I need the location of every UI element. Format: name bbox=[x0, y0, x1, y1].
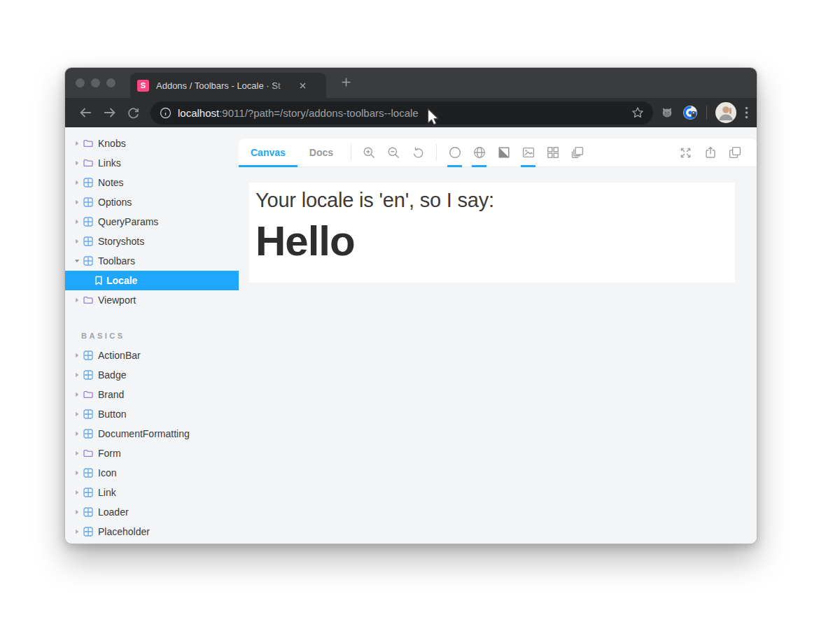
expander-closed[interactable] bbox=[74, 431, 83, 437]
sidebar-item-loader[interactable]: Loader bbox=[65, 502, 239, 522]
refresh-button[interactable] bbox=[121, 107, 145, 119]
zoom-window-button[interactable] bbox=[106, 78, 115, 87]
component-type-icon bbox=[83, 350, 98, 360]
expander-open[interactable] bbox=[74, 258, 83, 264]
sidebar-item-form[interactable]: Form bbox=[65, 444, 239, 463]
component-icon bbox=[83, 409, 93, 419]
component-type-icon bbox=[83, 178, 98, 187]
expander-closed[interactable] bbox=[74, 509, 83, 515]
copy-link-button[interactable] bbox=[722, 139, 747, 166]
expander-closed[interactable] bbox=[74, 529, 83, 534]
contrast-theme-button[interactable] bbox=[491, 139, 516, 166]
sidebar-item-badge[interactable]: Badge bbox=[65, 365, 239, 385]
canvas-toolbar: Canvas Docs bbox=[239, 139, 757, 167]
sidebar-item-actionbar[interactable]: ActionBar bbox=[65, 346, 239, 365]
tab-docs[interactable]: Docs bbox=[298, 139, 345, 166]
expander-closed[interactable] bbox=[74, 411, 83, 417]
locale-globe-button[interactable] bbox=[467, 139, 491, 166]
expander-closed[interactable] bbox=[74, 297, 83, 303]
photo-mode-button[interactable] bbox=[516, 139, 540, 166]
expander-closed[interactable] bbox=[74, 219, 83, 225]
sidebar-item-links[interactable]: Links bbox=[65, 153, 239, 173]
zoom-reset-button[interactable] bbox=[406, 139, 430, 166]
expander-closed[interactable] bbox=[74, 160, 83, 166]
sidebar-item-toolbars[interactable]: Toolbars bbox=[65, 251, 239, 271]
chevron-right-icon bbox=[74, 180, 80, 185]
page-info-icon[interactable] bbox=[160, 107, 172, 119]
component-type-icon bbox=[83, 468, 98, 478]
sidebar-item-brand[interactable]: Brand bbox=[65, 385, 239, 404]
component-type-icon bbox=[83, 409, 98, 419]
chevron-right-icon bbox=[74, 297, 80, 303]
story-heading: Your locale is 'en', so I say: bbox=[255, 189, 728, 212]
new-tab-button[interactable] bbox=[341, 77, 351, 87]
component-icon bbox=[83, 178, 93, 187]
expander-closed[interactable] bbox=[74, 451, 83, 456]
sidebar-item-documentformatting[interactable]: DocumentFormatting bbox=[65, 424, 239, 444]
browser-toolbar: localhost:9011/?path=/story/addons-toolb… bbox=[65, 98, 757, 127]
folder-type-icon bbox=[83, 390, 98, 399]
github-extension-icon[interactable] bbox=[660, 106, 674, 120]
sidebar-item-viewport[interactable]: Viewport bbox=[65, 290, 239, 310]
expander-closed[interactable] bbox=[74, 470, 83, 476]
sidebar-item-label: Knobs bbox=[98, 138, 126, 149]
zoom-in-button[interactable] bbox=[357, 139, 382, 166]
sidebar-item-notes[interactable]: Notes bbox=[65, 173, 239, 192]
chevron-right-icon bbox=[74, 392, 80, 397]
sidebar-item-label: Locale bbox=[106, 275, 137, 286]
tab-title-fade bbox=[271, 80, 295, 91]
close-window-button[interactable] bbox=[76, 78, 85, 87]
browser-extensions bbox=[660, 102, 748, 123]
sidebar-item-icon[interactable]: Icon bbox=[65, 463, 239, 483]
browser-titlebar: S Addons / Toolbars - Locale · St bbox=[65, 68, 757, 98]
forward-button[interactable] bbox=[97, 107, 121, 118]
sidebar-item-storyshots[interactable]: Storyshots bbox=[65, 232, 239, 251]
expander-closed[interactable] bbox=[74, 392, 83, 397]
sidebar-item-placeholder[interactable]: Placeholder bbox=[65, 522, 239, 541]
chevron-right-icon bbox=[74, 451, 80, 456]
profile-avatar[interactable] bbox=[715, 102, 736, 123]
sidebar-item-knobs[interactable]: Knobs bbox=[65, 134, 239, 153]
component-type-icon bbox=[83, 256, 98, 266]
expander-closed[interactable] bbox=[74, 180, 83, 185]
component-type-icon bbox=[83, 488, 98, 497]
browser-menu-icon[interactable] bbox=[745, 106, 748, 119]
background-toggle-button[interactable] bbox=[442, 139, 467, 166]
browser-tab[interactable]: S Addons / Toolbars - Locale · St bbox=[130, 73, 326, 98]
zoom-out-button[interactable] bbox=[382, 139, 406, 166]
tab-close-icon[interactable] bbox=[299, 82, 307, 90]
grid-toggle-button[interactable] bbox=[540, 139, 565, 166]
sidebar-tree: KnobsLinksNotesOptionsQueryParamsStorysh… bbox=[65, 134, 239, 310]
privacy-extension-icon[interactable] bbox=[682, 105, 698, 120]
chevron-right-icon bbox=[74, 372, 80, 378]
sidebar-item-button[interactable]: Button bbox=[65, 404, 239, 424]
tab-canvas[interactable]: Canvas bbox=[239, 139, 298, 166]
back-button[interactable] bbox=[74, 107, 97, 118]
expander-closed[interactable] bbox=[74, 353, 83, 358]
folder-icon bbox=[83, 449, 93, 458]
expander-closed[interactable] bbox=[74, 239, 83, 244]
chevron-right-icon bbox=[74, 353, 80, 358]
expander-closed[interactable] bbox=[74, 199, 83, 205]
sidebar-item-queryparams[interactable]: QueryParams bbox=[65, 212, 239, 232]
sidebar-item-link[interactable]: Link bbox=[65, 483, 239, 502]
stacked-panels-button[interactable] bbox=[565, 139, 589, 166]
sidebar-item-options[interactable]: Options bbox=[65, 192, 239, 212]
sidebar-item-locale[interactable]: Locale bbox=[65, 271, 239, 290]
bookmark-star-icon[interactable] bbox=[631, 106, 644, 119]
expander-closed[interactable] bbox=[74, 141, 83, 146]
url-path: :9011/?path=/story/addons-toolbars--loca… bbox=[219, 107, 418, 119]
expander-closed[interactable] bbox=[74, 372, 83, 378]
folder-icon bbox=[83, 159, 93, 167]
sidebar-item-label: Button bbox=[98, 409, 126, 420]
open-external-button[interactable] bbox=[698, 139, 722, 166]
component-type-icon bbox=[83, 236, 98, 246]
minimize-window-button[interactable] bbox=[91, 78, 100, 87]
component-icon bbox=[83, 197, 93, 207]
folder-type-icon bbox=[83, 159, 98, 167]
url-bar[interactable]: localhost:9011/?path=/story/addons-toolb… bbox=[150, 101, 653, 125]
expander-closed[interactable] bbox=[74, 490, 83, 495]
fullscreen-button[interactable] bbox=[673, 139, 698, 166]
chevron-right-icon bbox=[74, 199, 80, 205]
storybook-canvas: Canvas Docs bbox=[239, 127, 757, 544]
